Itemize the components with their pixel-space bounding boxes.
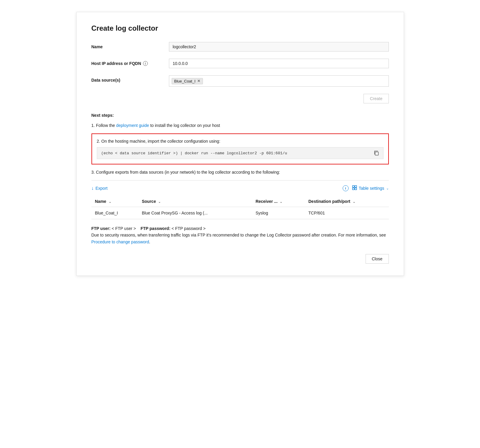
table-grid-icon xyxy=(352,185,357,191)
step-1: 1. Follow the deployment guide to instal… xyxy=(91,122,389,129)
name-input[interactable] xyxy=(169,42,389,52)
next-steps-section: Next steps: 1. Follow the deployment gui… xyxy=(91,113,389,245)
host-row: Host IP address or FQDN i xyxy=(91,59,389,68)
table-info-icon[interactable]: i xyxy=(343,185,349,191)
ftp-user-value: < FTP user > xyxy=(112,226,136,231)
step-2-box: 2. On the hosting machine, import the co… xyxy=(91,133,389,164)
toolbar-left: ↓ Export xyxy=(91,186,108,191)
ftp-user-label: FTP user: xyxy=(91,226,111,231)
sort-icon-source: ⌄ xyxy=(158,200,161,203)
svg-rect-4 xyxy=(355,188,357,190)
table-toolbar: ↓ Export i Table settings xyxy=(91,185,389,191)
close-button[interactable]: Close xyxy=(366,254,389,264)
datasource-field-wrapper: Blue_Coat_I ✕ xyxy=(169,75,389,87)
col-header-destination[interactable]: Destination path/port ⌄ xyxy=(305,196,389,207)
data-table: Name ⌄ Source ⌄ Receiver ... ⌄ Destinati… xyxy=(91,196,389,219)
step1-suffix: to install the log collector on your hos… xyxy=(149,123,220,128)
host-info-icon[interactable]: i xyxy=(143,61,148,66)
table-row: Blue_Coat_I Blue Coat ProxySG - Access l… xyxy=(91,207,389,219)
step2-text: 2. On the hosting machine, import the co… xyxy=(97,139,383,144)
sort-icon-receiver: ⌄ xyxy=(280,200,282,203)
page-title: Create log collector xyxy=(91,24,389,32)
datasource-label: Data source(s) xyxy=(91,75,169,83)
table-settings-button[interactable]: Table settings ⌄ xyxy=(352,185,389,191)
command-box: (echo < data source identifier >) | dock… xyxy=(97,147,383,159)
step-3: 3. Configure exports from data sources (… xyxy=(91,169,389,175)
toolbar-right: i Table settings ⌄ xyxy=(343,185,389,191)
row-receiver: Syslog xyxy=(252,207,305,219)
close-button-row: Close xyxy=(91,254,389,264)
row-name: Blue_Coat_I xyxy=(91,207,138,219)
svg-rect-3 xyxy=(352,188,354,190)
export-label: Export xyxy=(96,186,108,191)
dialog-container: Create log collector Name Host IP addres… xyxy=(76,12,404,276)
row-destination: TCP/601 xyxy=(305,207,389,219)
datasource-input[interactable]: Blue_Coat_I ✕ xyxy=(169,75,389,87)
create-button[interactable]: Create xyxy=(364,94,389,103)
command-text: (echo < data source identifier >) | dock… xyxy=(101,151,371,155)
table-header-row: Name ⌄ Source ⌄ Receiver ... ⌄ Destinati… xyxy=(91,196,389,207)
table-settings-label: Table settings xyxy=(359,186,384,191)
col-header-receiver[interactable]: Receiver ... ⌄ xyxy=(252,196,305,207)
step1-prefix: 1. Follow the xyxy=(91,123,116,128)
name-row: Name xyxy=(91,42,389,52)
row-source: Blue Coat ProxySG - Access log (... xyxy=(138,207,252,219)
svg-rect-0 xyxy=(375,152,378,155)
tag-close-button[interactable]: ✕ xyxy=(197,79,200,83)
datasource-row: Data source(s) Blue_Coat_I ✕ xyxy=(91,75,389,87)
datasource-tag: Blue_Coat_I ✕ xyxy=(172,78,203,84)
deployment-guide-link[interactable]: deployment guide xyxy=(116,123,149,128)
sort-icon-destination: ⌄ xyxy=(353,200,355,203)
ftp-description: Due to security reasons, when transferri… xyxy=(91,232,389,245)
tag-label: Blue_Coat_I xyxy=(174,79,196,83)
sort-icon-name: ⌄ xyxy=(109,200,111,203)
svg-rect-2 xyxy=(355,186,357,187)
svg-rect-1 xyxy=(352,186,354,187)
name-label: Name xyxy=(91,42,169,49)
procedure-link[interactable]: Procedure to change password xyxy=(91,239,149,244)
step3-prefix: 3. Configure exports from data sources (… xyxy=(91,170,280,175)
chevron-down-icon: ⌄ xyxy=(386,186,389,190)
col-header-name[interactable]: Name ⌄ xyxy=(91,196,138,207)
export-button[interactable]: ↓ Export xyxy=(91,186,108,191)
create-button-row: Create xyxy=(91,94,389,103)
ftp-info: FTP user: < FTP user > FTP password: < F… xyxy=(91,225,389,245)
host-label: Host IP address or FQDN i xyxy=(91,59,169,66)
ftp-password-label: FTP password: xyxy=(141,226,170,231)
host-input[interactable] xyxy=(169,59,389,68)
export-icon: ↓ xyxy=(91,186,94,191)
name-field-wrapper xyxy=(169,42,389,52)
table-divider xyxy=(91,180,389,181)
copy-icon[interactable] xyxy=(374,150,379,156)
next-steps-title: Next steps: xyxy=(91,113,389,118)
host-field-wrapper xyxy=(169,59,389,68)
col-header-source[interactable]: Source ⌄ xyxy=(138,196,252,207)
ftp-credentials: FTP user: < FTP user > FTP password: < F… xyxy=(91,225,389,232)
ftp-password-value: < FTP password > xyxy=(172,226,206,231)
